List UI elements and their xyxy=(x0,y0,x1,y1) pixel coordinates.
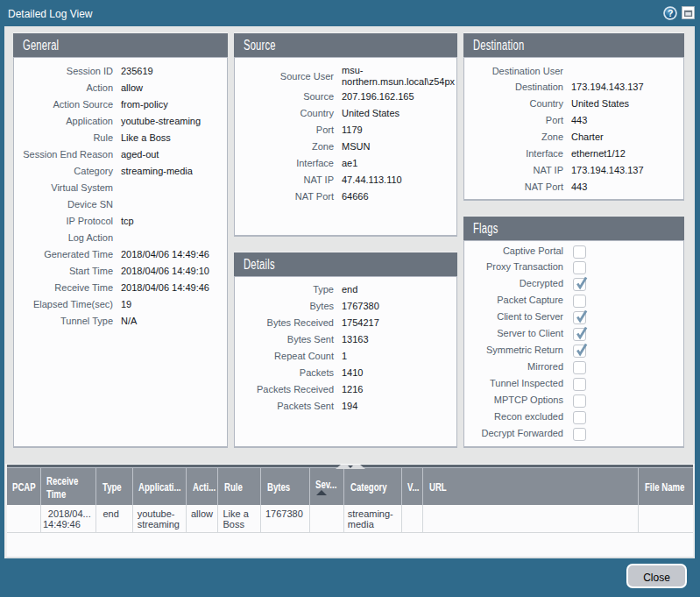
svg-text:?: ? xyxy=(667,8,672,18)
